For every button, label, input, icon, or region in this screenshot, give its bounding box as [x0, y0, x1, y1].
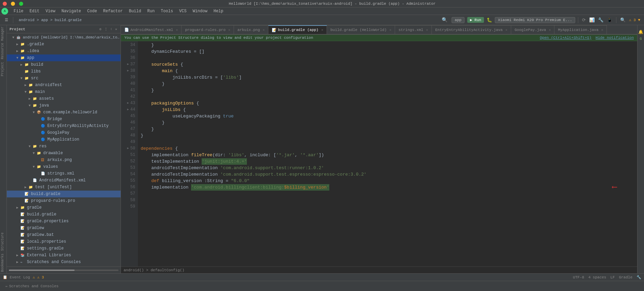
- notification-hide-link[interactable]: Hide notification: [596, 36, 634, 40]
- arkuix-tab-close[interactable]: ✕: [263, 28, 265, 32]
- tab-build-gradle-helloworld[interactable]: build.gradle (HelloWorld) ✕: [327, 25, 395, 34]
- tab-proguard[interactable]: proguard-rules.pro ✕: [182, 25, 234, 34]
- tab-strings-xml[interactable]: strings.xml ✕: [395, 25, 432, 34]
- myapplication-close[interactable]: ✕: [601, 28, 603, 32]
- tab-entry-activity[interactable]: EntryEntryAbilityActivity.java ✕: [432, 25, 511, 34]
- menu-view[interactable]: View: [43, 8, 58, 14]
- proguard-tab-close[interactable]: ✕: [228, 28, 230, 32]
- fold-44[interactable]: ▶: [126, 107, 129, 113]
- debug-icon[interactable]: 🐛: [487, 17, 492, 23]
- tree-item-java[interactable]: ▼ 📁 java: [7, 102, 121, 109]
- tree-item-drawable[interactable]: ▼ 📁 drawable: [7, 150, 121, 157]
- notification-open-link[interactable]: Open (Ctrl+Alt+Shift+S): [540, 36, 592, 40]
- menu-vcs[interactable]: VCS: [176, 8, 189, 14]
- tree-item-res[interactable]: ▼ 📁 res: [7, 143, 121, 150]
- settings-icon[interactable]: ⚙: [99, 27, 102, 32]
- fold-43[interactable]: ▶: [126, 100, 129, 107]
- fold-38[interactable]: ▶: [126, 68, 129, 74]
- googlepay-close[interactable]: ✕: [549, 28, 551, 32]
- tree-item-libs[interactable]: 📁 libs: [7, 68, 121, 75]
- tree-item-strings-xml[interactable]: 📄 strings.xml: [7, 170, 121, 177]
- expand-icon[interactable]: ↕: [110, 27, 113, 32]
- tree-item-myapplication[interactable]: 🔵 MyApplication: [7, 136, 121, 143]
- run-config-selector[interactable]: app: [452, 17, 465, 23]
- tree-item-googlepay[interactable]: 🔵 GooglePay: [7, 129, 121, 136]
- menu-code[interactable]: Code: [84, 8, 100, 14]
- status-event-log[interactable]: 📋 Event Log: [3, 275, 30, 279]
- tree-item-build-gradle[interactable]: 📝 build.gradle: [7, 191, 121, 197]
- tree-item-values[interactable]: ▼ 📁 values: [7, 163, 121, 170]
- horizontal-scrollbar[interactable]: [9, 270, 119, 271]
- minimize-btn[interactable]: [11, 2, 15, 6]
- menu-help[interactable]: Help: [211, 8, 226, 14]
- tree-item-androidtest[interactable]: ▶ 📁 androidTest: [7, 82, 121, 88]
- tree-item-external-libs[interactable]: ▶ 📚 External Libraries: [7, 252, 121, 259]
- tree-item-src[interactable]: ▼ 📁 src: [7, 75, 121, 82]
- menu-run[interactable]: Run: [144, 8, 157, 14]
- status-indent[interactable]: 4 spaces: [588, 275, 606, 279]
- tree-item-bridge[interactable]: 🔵 Bridge: [7, 116, 121, 123]
- tree-item-android-root[interactable]: ▼ 🤖 android [HelloWorld] I:\hms_demo\ark…: [7, 34, 121, 41]
- gradle-icon-right[interactable]: G: [638, 36, 644, 42]
- tree-item-local-props[interactable]: 📝 local.properties: [7, 238, 121, 245]
- tree-item-settings-gradle[interactable]: 📝 settings.gradle: [7, 245, 121, 252]
- fold-50[interactable]: ▶: [126, 145, 129, 152]
- close-panel-icon[interactable]: ✕: [114, 27, 118, 32]
- code-content[interactable]: } dynamicFeatures = [] sourceSets { main…: [138, 41, 637, 266]
- scratches-tab[interactable]: ✏ Scratches and Consoles: [3, 282, 61, 290]
- tree-item-gradle-folder[interactable]: ▶ 📁 gradle: [7, 204, 121, 211]
- androidmanifest-tab-close[interactable]: ✕: [176, 28, 178, 32]
- notifications-icon[interactable]: 🔔: [638, 29, 644, 35]
- tab-googlepay[interactable]: GooglePay.java ✕: [511, 25, 554, 34]
- tree-item-app[interactable]: ▼ 📁 app: [7, 54, 121, 61]
- tree-item-androidmanifest[interactable]: 📄 AndroidManifest.xml: [7, 177, 121, 184]
- menu-refactor[interactable]: Refactor: [100, 8, 126, 14]
- tree-item-assets[interactable]: ▶ 📁 assets: [7, 95, 121, 102]
- tab-arkuix[interactable]: arkuix.png ✕: [234, 25, 268, 34]
- search-icon[interactable]: 🔍: [442, 17, 447, 23]
- menu-navigate[interactable]: Navigate: [59, 8, 84, 14]
- resource-manager-label[interactable]: Resource Manager: [0, 25, 6, 61]
- status-lang[interactable]: Gradle: [619, 275, 632, 279]
- menu-build[interactable]: Build: [126, 8, 144, 14]
- tree-item-main[interactable]: ▼ 📁 main: [7, 88, 121, 95]
- sdk-icon[interactable]: 🔧: [598, 17, 603, 23]
- tree-item-root-build-gradle[interactable]: 📝 build.gradle: [7, 211, 121, 218]
- maximize-btn[interactable]: [19, 2, 23, 6]
- tree-item-gradle-properties[interactable]: 📝 gradle.properties: [7, 218, 121, 225]
- close-btn[interactable]: [3, 2, 7, 6]
- tab-myapplication[interactable]: MyApplication.java ✕: [554, 25, 607, 34]
- structure-label[interactable]: Structure: [0, 231, 6, 252]
- fold-37[interactable]: ▶: [126, 61, 129, 68]
- strings-xml-close[interactable]: ✕: [426, 28, 428, 32]
- tree-item-package[interactable]: ▼ 📦 com.example.helloworld: [7, 109, 121, 116]
- structure-icon[interactable]: 📊: [589, 17, 595, 23]
- device-selector[interactable]: Xiaomi Redmi K20 Pro Premium E...: [495, 17, 575, 23]
- menu-file[interactable]: File: [11, 8, 26, 14]
- tab-androidmanifest[interactable]: 📄 AndroidManifest.xml ✕: [121, 25, 182, 34]
- sync-icon[interactable]: ⟳: [582, 17, 586, 23]
- run-button[interactable]: ▶ Run: [467, 17, 484, 23]
- toolbar-project-icon[interactable]: ☰: [3, 17, 10, 23]
- layout-icon[interactable]: ⋮: [104, 27, 108, 32]
- entry-activity-close[interactable]: ✕: [505, 28, 507, 32]
- bookmarks-label[interactable]: Bookmarks: [0, 252, 6, 273]
- tree-item-gradle-dir[interactable]: ▶ 📁 .gradle: [7, 41, 121, 48]
- tree-item-entry-activity[interactable]: 🔵 EntryEntryAbilityActivity: [7, 123, 121, 129]
- status-line-ending[interactable]: LF: [610, 275, 615, 279]
- tree-item-unittest[interactable]: ▶ 📁 test [unitTest]: [7, 184, 121, 191]
- build-gradle-hw-close[interactable]: ✕: [389, 28, 391, 32]
- status-encoding[interactable]: UTF-8: [573, 275, 584, 279]
- avd-icon[interactable]: 📱: [607, 17, 612, 23]
- build-gradle-app-close[interactable]: ✕: [321, 28, 323, 32]
- tree-item-build[interactable]: ▶ 📁 build: [7, 61, 121, 68]
- tree-item-gradlew-bat[interactable]: 📝 gradlew.bat: [7, 231, 121, 238]
- project-label[interactable]: Project: [0, 61, 6, 78]
- tree-item-gradlew[interactable]: 📝 gradlew: [7, 225, 121, 231]
- tree-item-proguard[interactable]: 📝 proguard-rules.pro: [7, 197, 121, 204]
- search-everywhere-icon[interactable]: 🔍: [620, 17, 626, 23]
- tree-item-idea[interactable]: ▶ 📁 .idea: [7, 48, 121, 54]
- menu-window[interactable]: Window: [190, 8, 210, 14]
- tab-build-gradle-app[interactable]: 📝 build.gradle (app) ✕: [268, 25, 327, 34]
- tree-item-scratches[interactable]: ▶ ✏ Scratches and Consoles: [7, 259, 121, 265]
